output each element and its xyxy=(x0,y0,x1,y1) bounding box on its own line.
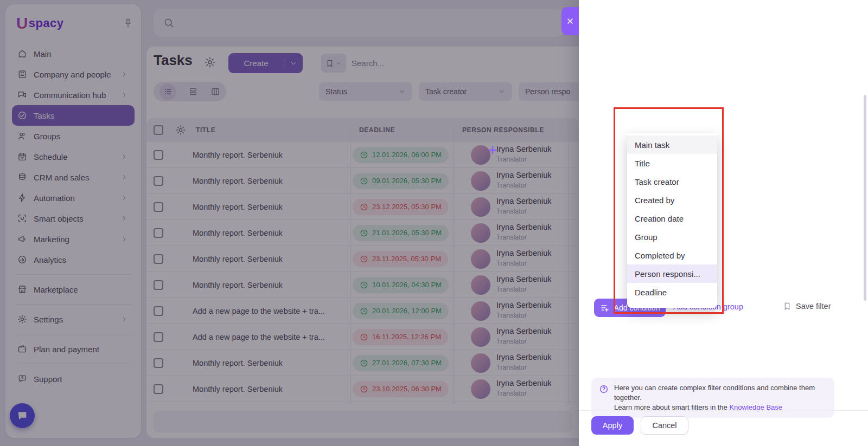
cancel-button[interactable]: Cancel xyxy=(641,416,688,435)
hint-text: Here you can create complex filter condi… xyxy=(614,383,827,412)
dropdown-option-deadline[interactable]: Deadline xyxy=(627,283,717,301)
field-dropdown-menu: Main taskTitleTask creatorCreated byCrea… xyxy=(627,133,717,308)
apply-button[interactable]: Apply xyxy=(591,416,634,435)
bookmark-icon xyxy=(783,302,792,311)
close-filters-button[interactable] xyxy=(561,7,579,35)
dropdown-option-completed-by[interactable]: Completed by xyxy=(627,246,717,264)
dropdown-option-person-responsi-[interactable]: Person responsi... xyxy=(627,264,717,283)
hint-box: Here you can create complex filter condi… xyxy=(591,378,834,418)
save-filter-label: Save filter xyxy=(796,302,831,311)
add-condition-icon xyxy=(600,303,610,313)
panel-scrollbar[interactable] xyxy=(864,95,866,301)
dropdown-option-group[interactable]: Group xyxy=(627,228,717,246)
dropdown-option-main-task[interactable]: Main task xyxy=(627,135,717,154)
question-icon xyxy=(599,384,609,394)
save-filter-link[interactable]: Save filter xyxy=(783,302,831,311)
dropdown-option-creation-date[interactable]: Creation date xyxy=(627,209,717,228)
plus-cursor-icon xyxy=(487,144,499,156)
dropdown-option-title[interactable]: Title xyxy=(627,154,717,172)
close-icon xyxy=(566,17,575,25)
dropdown-option-task-creator[interactable]: Task creator xyxy=(627,172,717,191)
panel-footer-divider xyxy=(579,410,868,411)
dropdown-option-created-by[interactable]: Created by xyxy=(627,191,717,209)
dropdown-option-completion-date[interactable]: Completion date xyxy=(627,301,717,308)
modal-backdrop xyxy=(0,0,579,446)
hint-line-1: Here you can create complex filter condi… xyxy=(614,384,815,402)
